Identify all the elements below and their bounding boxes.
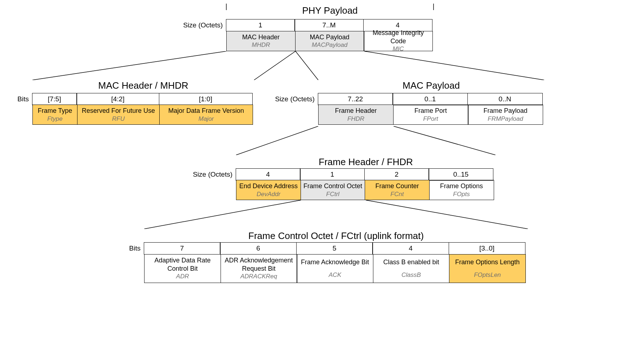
macpayload-size-row: Size (Octets) 7..22 0..1 0..N xyxy=(275,93,543,105)
phy-field-row: MAC Header MHDR MAC Payload MACPayload M… xyxy=(226,31,637,51)
fhdr-size-row: Size (Octets) 4 1 2 0..15 xyxy=(193,168,637,181)
field-name: Adaptive Data Rate Control Bit xyxy=(147,256,218,273)
mhdr-field-1: Reserved For Future Use RFU xyxy=(77,105,160,125)
phy-field-0: MAC Header MHDR xyxy=(226,31,296,51)
fhdr-field-row: End Device Address DevAddr Frame Control… xyxy=(236,181,637,200)
bits-label: Bits xyxy=(7,93,32,105)
field-sub: ADR xyxy=(176,273,189,280)
fctrl-size-1: 6 xyxy=(220,242,297,255)
connector-macpayload-down xyxy=(7,126,637,155)
field-name: End Device Address xyxy=(239,182,298,190)
svg-line-6 xyxy=(236,126,318,155)
field-name: Frame Control Octet xyxy=(303,182,362,190)
field-sub: Major xyxy=(199,115,214,123)
connector-phy-down xyxy=(7,51,637,80)
fctrl-title: Frame Control Octet / FCtrl (uplink form… xyxy=(144,230,528,242)
field-sub: MHDR xyxy=(252,41,270,49)
fctrl-size-2: 5 xyxy=(296,242,373,255)
field-sub: ClassB xyxy=(401,271,421,279)
svg-line-9 xyxy=(366,200,528,229)
field-name: Frame Port xyxy=(414,107,447,115)
field-sub: RFU xyxy=(112,115,125,123)
fctrl-size-4: [3..0] xyxy=(449,242,525,255)
macpayload-field-2: Frame Payload FRMPayload xyxy=(468,105,543,125)
fhdr-field-2: Frame Counter FCnt xyxy=(365,180,430,200)
fctrl-field-2: Frame Acknowledge Bit ACK xyxy=(297,254,373,283)
bits-label: Bits xyxy=(119,242,144,255)
field-name: Class B enabled bit xyxy=(383,258,439,266)
field-name: Frame Payload xyxy=(483,107,527,115)
field-sub: FOptsLen xyxy=(474,271,501,279)
phy-field-1: MAC Payload MACPayload xyxy=(295,31,364,51)
phy-field-2: Message Integrity Code MIC xyxy=(364,31,433,51)
mhdr-title: MAC Header / MHDR xyxy=(32,80,254,91)
svg-line-3 xyxy=(254,51,296,80)
mhdr-field-row: Frame Type Ftype Reserved For Future Use… xyxy=(32,105,253,125)
field-name: Reserved For Future Use xyxy=(82,107,155,115)
macpayload-size-0: 7..22 xyxy=(318,93,393,105)
phy-size-1: 7..M xyxy=(294,19,364,31)
macpayload-field-0: Frame Header FHDR xyxy=(318,105,394,125)
size-label: Size (Octets) xyxy=(275,93,318,105)
field-sub: FCtrl xyxy=(326,190,339,198)
fhdr-title: Frame Header / FHDR xyxy=(236,156,496,168)
field-name: Frame Options Length xyxy=(455,258,520,266)
mhdr-size-row: Bits [7:5] [4:2] [1:0] xyxy=(7,93,253,105)
fhdr-field-0: End Device Address DevAddr xyxy=(236,180,301,200)
fctrl-field-3: Class B enabled bit ClassB xyxy=(373,254,450,283)
field-sub: MACPayload xyxy=(312,41,347,49)
field-sub: ADRACKReq xyxy=(240,273,277,280)
svg-line-4 xyxy=(296,51,318,80)
fctrl-size-row: Bits 7 6 5 4 [3..0] xyxy=(119,242,637,255)
fhdr-size-2: 2 xyxy=(364,168,429,181)
field-sub: FRMPayload xyxy=(488,115,523,123)
field-name: Frame Type xyxy=(38,107,72,115)
fctrl-field-row: Adaptive Data Rate Control Bit ADR ADR A… xyxy=(144,255,637,283)
field-name: Frame Acknowledge Bit xyxy=(301,258,369,266)
fctrl-size-3: 4 xyxy=(372,242,449,255)
macpayload-size-1: 0..1 xyxy=(392,93,468,105)
field-sub: FHDR xyxy=(347,115,364,123)
connector-fhdr-down xyxy=(7,200,637,229)
field-sub: FOpts xyxy=(453,190,470,198)
fhdr-size-1: 1 xyxy=(300,168,365,181)
field-sub: Ftype xyxy=(47,115,63,123)
size-label: Size (Octets) xyxy=(183,19,226,31)
macpayload-field-row: Frame Header FHDR Frame Port FPort Frame… xyxy=(318,105,543,125)
field-name: Frame Header xyxy=(335,107,377,115)
field-sub: ACK xyxy=(329,271,341,279)
field-name: Frame Counter xyxy=(375,182,419,190)
field-sub: FPort xyxy=(423,115,438,123)
svg-line-5 xyxy=(364,51,544,80)
fhdr-size-3: 0..15 xyxy=(428,168,493,181)
field-name: MAC Header xyxy=(242,33,280,41)
fhdr-field-1: Frame Control Octet FCtrl xyxy=(301,180,365,200)
mhdr-size-1: [4:2] xyxy=(76,93,159,105)
field-sub: DevAddr xyxy=(257,190,280,198)
phy-size-0: 1 xyxy=(226,19,295,31)
fhdr-size-0: 4 xyxy=(236,168,301,181)
field-name: Frame Options xyxy=(440,182,483,190)
macpayload-size-2: 0..N xyxy=(467,93,543,105)
macpayload-field-1: Frame Port FPort xyxy=(393,105,468,125)
mhdr-size-2: [1:0] xyxy=(159,93,253,105)
svg-line-7 xyxy=(394,126,496,155)
field-name: Message Integrity Code xyxy=(366,29,430,45)
field-name: Major Data Frame Version xyxy=(168,107,244,115)
mhdr-size-0: [7:5] xyxy=(32,93,77,105)
field-name: ADR Acknowledgement Request Bit xyxy=(223,256,295,273)
connector-top xyxy=(7,4,637,10)
macpayload-title: MAC Payload xyxy=(318,80,544,91)
svg-line-8 xyxy=(144,200,301,229)
mhdr-field-2: Major Data Frame Version Major xyxy=(159,105,253,125)
fctrl-size-0: 7 xyxy=(144,242,221,255)
fctrl-field-0: Adaptive Data Rate Control Bit ADR xyxy=(144,254,221,283)
field-name: MAC Payload xyxy=(310,33,349,41)
field-sub: FCnt xyxy=(391,190,404,198)
fctrl-field-1: ADR Acknowledgement Request Bit ADRACKRe… xyxy=(221,254,297,283)
fhdr-field-3: Frame Options FOpts xyxy=(429,180,494,200)
mhdr-field-0: Frame Type Ftype xyxy=(32,105,77,125)
fctrl-field-4: Frame Options Length FOptsLen xyxy=(449,254,526,283)
svg-line-2 xyxy=(32,51,226,80)
size-label: Size (Octets) xyxy=(193,168,236,181)
